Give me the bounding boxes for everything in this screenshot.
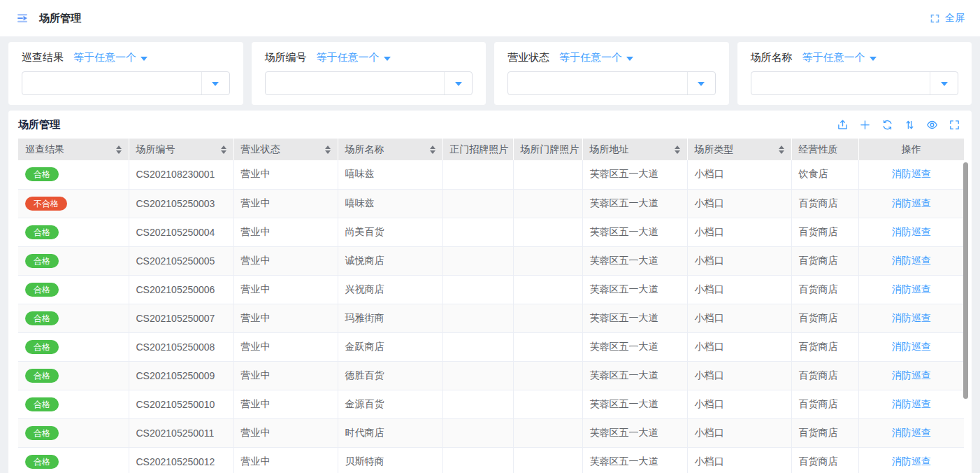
refresh-icon[interactable]: [881, 118, 893, 131]
cell-front_photo: [442, 390, 513, 418]
vertical-scrollbar-thumb[interactable]: [963, 162, 968, 399]
column-label: 场所编号: [136, 143, 175, 156]
cell-door_photo: [513, 390, 582, 418]
column-header-7[interactable]: 场所类型: [687, 139, 791, 160]
inspection-result-badge: 合格: [25, 225, 59, 239]
cell-name: 嘻味兹: [338, 160, 442, 189]
fire-inspection-link[interactable]: 消防巡查: [892, 341, 931, 352]
cell-front_photo: [442, 189, 513, 218]
table-row: 合格CS202105250008营业中金跃商店芙蓉区五一大道小档口百货商店消防巡…: [18, 332, 964, 361]
cell-code: CS202105250007: [129, 304, 233, 332]
fire-inspection-link[interactable]: 消防巡查: [892, 312, 931, 323]
cell-address: 芙蓉区五一大道: [582, 160, 687, 189]
cell-door_photo: [513, 246, 582, 275]
column-header-6[interactable]: 场所地址: [582, 139, 687, 160]
filter-operator-dropdown[interactable]: 等于任意一个: [559, 51, 633, 64]
filter-operator-dropdown[interactable]: 等于任意一个: [73, 51, 147, 64]
cell-type: 小档口: [687, 332, 791, 361]
column-label: 场所门牌照片: [521, 143, 579, 156]
sort-icon[interactable]: [903, 118, 916, 131]
collapse-menu-icon[interactable]: [15, 11, 29, 25]
inspection-result-badge: 合格: [25, 167, 59, 181]
column-header-5: 场所门牌照片: [513, 139, 582, 160]
page-title: 场所管理: [39, 12, 81, 25]
cell-door_photo: [513, 304, 582, 332]
fire-inspection-link[interactable]: 消防巡查: [892, 398, 931, 409]
cell-door_photo: [513, 189, 582, 218]
cell-action: 消防巡查: [858, 246, 964, 275]
cell-door_photo: [513, 361, 582, 390]
venue-table-panel: 场所管理 巡查结果场所编号营业状态场所名称正门招牌照片场所门牌照片场所地: [8, 111, 972, 473]
cell-action: 消防巡查: [858, 332, 964, 361]
cell-nature: 百货商店: [791, 246, 858, 275]
cell-nature: 百货商店: [791, 447, 858, 473]
select-dropdown-button[interactable]: [444, 72, 472, 94]
cell-address: 芙蓉区五一大道: [582, 447, 687, 473]
fullscreen-icon[interactable]: [948, 118, 960, 131]
cell-address: 芙蓉区五一大道: [582, 361, 687, 390]
filter-bar: 巡查结果 等于任意一个 场所编号 等于任意一个 营业状态 等于任意一个: [8, 42, 972, 105]
fire-inspection-link[interactable]: 消防巡查: [892, 456, 931, 467]
column-header-1[interactable]: 场所编号: [129, 139, 233, 160]
cell-front_photo: [442, 447, 513, 473]
filter-operator-dropdown[interactable]: 等于任意一个: [317, 51, 391, 64]
caret-down-icon: [455, 82, 462, 86]
fullscreen-button[interactable]: 全屏: [930, 12, 965, 24]
visibility-icon[interactable]: [925, 118, 938, 131]
caret-down-icon: [698, 82, 705, 86]
cell-nature: 百货商店: [791, 418, 858, 447]
fire-inspection-link[interactable]: 消防巡查: [892, 283, 931, 295]
cell-code: CS202105250005: [129, 246, 233, 275]
export-icon[interactable]: [836, 118, 849, 131]
cell-status: 营业中: [233, 332, 338, 361]
column-header-2[interactable]: 营业状态: [233, 139, 338, 160]
add-icon[interactable]: [858, 118, 871, 131]
column-label: 场所地址: [590, 143, 629, 156]
cell-nature: 饮食店: [791, 160, 858, 189]
cell-status: 营业中: [233, 361, 338, 390]
cell-address: 芙蓉区五一大道: [582, 189, 687, 218]
filter-card-inspection-result: 巡查结果 等于任意一个: [8, 42, 243, 105]
table-row: 合格CS202105250011营业中时代商店芙蓉区五一大道小档口百货商店消防巡…: [18, 418, 964, 447]
cell-type: 小档口: [687, 189, 791, 218]
fire-inspection-link[interactable]: 消防巡查: [892, 226, 931, 237]
inspection-result-badge: 合格: [25, 254, 59, 268]
fire-inspection-link[interactable]: 消防巡查: [892, 255, 931, 266]
cell-type: 小档口: [687, 160, 791, 189]
fire-inspection-link[interactable]: 消防巡查: [892, 369, 931, 381]
cell-name: 尚美百货: [338, 218, 442, 246]
caret-down-icon: [384, 57, 391, 61]
cell-nature: 百货商店: [791, 361, 858, 390]
filter-operator-dropdown[interactable]: 等于任意一个: [802, 51, 877, 64]
sort-carets-icon: [430, 146, 435, 154]
column-header-3[interactable]: 场所名称: [338, 139, 442, 160]
cell-front_photo: [442, 275, 513, 304]
inspection-result-badge: 合格: [25, 455, 59, 469]
select-dropdown-button[interactable]: [201, 72, 229, 94]
cell-name: 金源百货: [338, 390, 442, 418]
business-status-input[interactable]: [508, 72, 687, 94]
table-row: 合格CS202105250007营业中玛雅街商芙蓉区五一大道小档口百货商店消防巡…: [18, 304, 964, 332]
cell-nature: 百货商店: [791, 275, 858, 304]
fire-inspection-link[interactable]: 消防巡查: [892, 197, 931, 209]
venue-name-input[interactable]: [751, 72, 930, 94]
cell-door_photo: [513, 160, 582, 189]
venue-code-input[interactable]: [266, 72, 445, 94]
sort-carets-icon: [779, 146, 784, 154]
column-header-0[interactable]: 巡查结果: [18, 139, 129, 160]
inspection-result-input[interactable]: [22, 72, 201, 94]
fire-inspection-link[interactable]: 消防巡查: [892, 168, 931, 179]
cell-address: 芙蓉区五一大道: [582, 304, 687, 332]
fire-inspection-link[interactable]: 消防巡查: [892, 427, 931, 438]
cell-status: 营业中: [233, 189, 338, 218]
cell-result: 合格: [18, 275, 129, 304]
cell-type: 小档口: [687, 361, 791, 390]
cell-action: 消防巡查: [858, 160, 964, 189]
cell-type: 小档口: [687, 246, 791, 275]
select-dropdown-button[interactable]: [930, 72, 958, 94]
cell-name: 时代商店: [338, 418, 442, 447]
cell-result: 合格: [18, 418, 129, 447]
cell-action: 消防巡查: [858, 418, 964, 447]
select-dropdown-button[interactable]: [687, 72, 715, 94]
cell-name: 德胜百货: [338, 361, 442, 390]
